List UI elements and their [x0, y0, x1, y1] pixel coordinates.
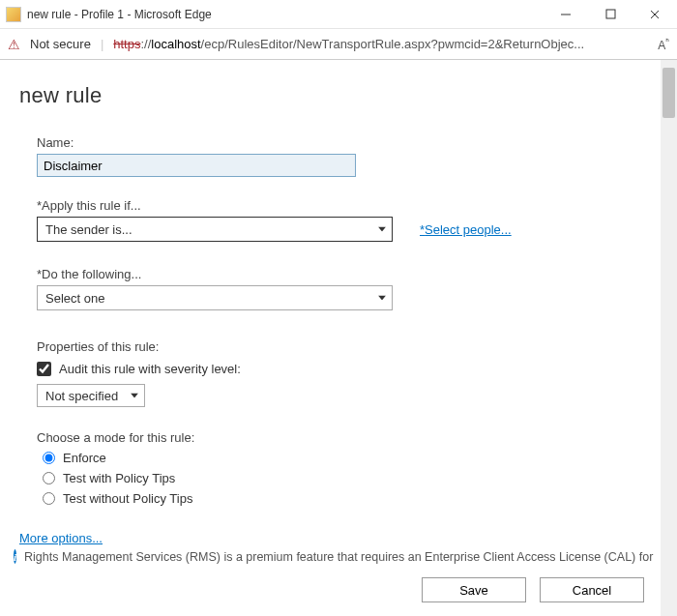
properties-label: Properties of this rule:: [37, 339, 658, 354]
svg-marker-6: [131, 394, 138, 398]
apply-rule-label: *Apply this rule if...: [37, 198, 658, 213]
window-title: new rule - Profile 1 - Microsoft Edge: [27, 8, 544, 21]
name-label: Name:: [37, 135, 658, 150]
svg-marker-5: [378, 296, 386, 301]
not-secure-icon: ⚠: [8, 37, 20, 52]
rms-text: Rights Management Services (RMS) is a pr…: [24, 550, 656, 564]
url-display[interactable]: https://localhost/ecp/RulesEditor/NewTra…: [113, 37, 648, 51]
chevron-down-icon: [131, 394, 138, 398]
mode-test-tips-label: Test with Policy Tips: [63, 471, 175, 485]
mode-test-tips-radio[interactable]: [43, 472, 55, 484]
address-bar: ⚠ Not secure | https://localhost/ecp/Rul…: [0, 29, 677, 60]
read-aloud-icon[interactable]: Aⁿ: [658, 36, 669, 52]
mode-test-no-tips-label: Test without Policy Tips: [63, 491, 192, 506]
cancel-button[interactable]: Cancel: [540, 577, 644, 602]
maximize-button[interactable]: [588, 0, 633, 29]
svg-rect-1: [606, 10, 615, 18]
severity-select[interactable]: Not specified: [37, 384, 145, 407]
window-favicon: [6, 7, 21, 22]
close-button[interactable]: [633, 0, 677, 29]
minimize-button[interactable]: [544, 0, 588, 29]
severity-value: Not specified: [45, 389, 118, 403]
mode-label: Choose a mode for this rule:: [37, 430, 658, 445]
mode-enforce-label: Enforce: [63, 451, 106, 465]
do-following-select[interactable]: Select one: [37, 285, 393, 310]
audit-label: Audit this rule with severity level:: [59, 362, 241, 376]
not-secure-label: Not secure: [30, 37, 91, 51]
audit-checkbox[interactable]: [37, 362, 51, 376]
do-following-label: *Do the following...: [37, 267, 658, 281]
chevron-down-icon: [378, 296, 386, 301]
chevron-down-icon: [378, 227, 386, 232]
window-titlebar: new rule - Profile 1 - Microsoft Edge: [0, 0, 677, 29]
svg-marker-4: [378, 227, 386, 232]
url-host: localhost: [151, 37, 200, 51]
mode-test-no-tips-radio[interactable]: [43, 492, 55, 505]
info-icon: i: [14, 549, 16, 564]
url-path: /ecp/RulesEditor/NewTransportRule.aspx?p…: [201, 37, 585, 51]
mode-enforce-radio[interactable]: [43, 452, 55, 464]
url-protocol: https: [113, 37, 140, 51]
more-options-link[interactable]: More options...: [19, 531, 103, 545]
apply-rule-select[interactable]: The sender is...: [37, 217, 393, 242]
save-button[interactable]: Save: [422, 577, 526, 602]
name-input[interactable]: [37, 154, 356, 177]
rms-notice: i Rights Management Services (RMS) is a …: [14, 549, 656, 564]
apply-rule-value: The sender is...: [45, 222, 132, 237]
select-people-link[interactable]: *Select people...: [420, 222, 512, 237]
do-following-value: Select one: [45, 291, 104, 306]
page-title: new rule: [19, 83, 658, 108]
